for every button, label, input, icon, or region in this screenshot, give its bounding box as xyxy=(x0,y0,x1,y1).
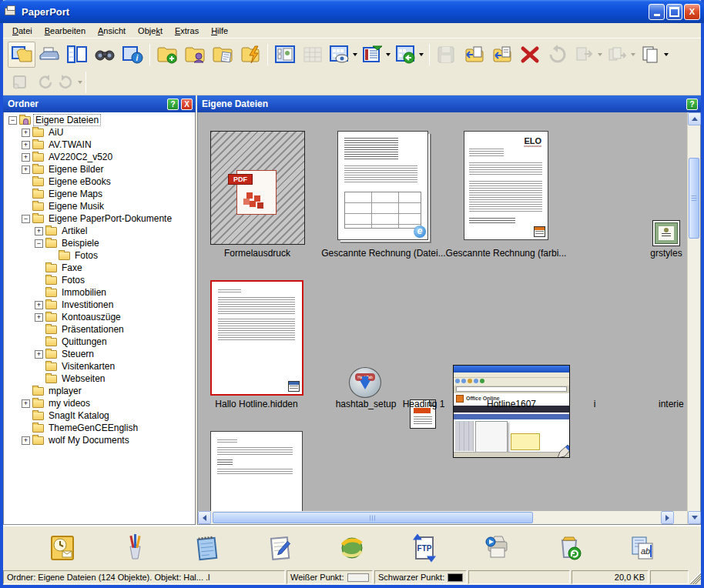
tree-item-fotos[interactable]: Fotos xyxy=(5,274,195,286)
move-to-folder-button[interactable] xyxy=(461,42,488,68)
tree-item-beispiele[interactable]: −Beispiele xyxy=(5,237,195,249)
tree-item-label[interactable]: Investitionen xyxy=(60,299,115,310)
tree-item-label[interactable]: Faxe xyxy=(60,262,84,273)
tree-item-label[interactable]: Beispiele xyxy=(60,238,101,249)
tree-item-eigene-maps[interactable]: Eigene Maps xyxy=(5,188,195,200)
tree-item-label[interactable]: Eigene Musik xyxy=(47,201,106,212)
thumbnail-rechnung-farbig[interactable]: ELO xyxy=(464,131,548,240)
thumbnail-hashtab-setup[interactable]: HashTab xyxy=(349,367,381,398)
scan-button[interactable] xyxy=(35,42,63,68)
tree-item-label[interactable]: Immobilien xyxy=(60,287,108,298)
list-view-dropdown[interactable] xyxy=(386,53,391,56)
tree-item-immobilien[interactable]: Immobilien xyxy=(5,286,195,299)
tree-expander-plus[interactable]: + xyxy=(22,436,30,445)
folder-notes-button[interactable] xyxy=(209,42,236,68)
tree-expander-plus[interactable]: + xyxy=(22,153,30,162)
menu-extras[interactable]: Extras xyxy=(169,25,205,37)
tree-item-steuern[interactable]: +Steuern xyxy=(5,348,195,360)
menu-objekt[interactable]: Objekt xyxy=(132,25,169,37)
tree-item-quittungen[interactable]: Quittungen xyxy=(5,336,195,348)
copy-to-folder-button[interactable] xyxy=(488,42,516,68)
thumbnail-label[interactable]: Formelausdruck xyxy=(199,248,315,259)
tree-item-eigene-ebooks[interactable]: Eigene eBooks xyxy=(5,175,195,188)
delete-button[interactable] xyxy=(516,42,544,68)
tree-item-label[interactable]: Steuern xyxy=(60,349,96,359)
wordpad-icon[interactable] xyxy=(263,532,296,564)
thumbnail-label[interactable]: Gescannte Rechnung (farbi... xyxy=(441,248,572,259)
thumbnail-label[interactable]: Hotline1607 xyxy=(465,399,558,409)
thumbnail-label[interactable]: Gescannte Rechnung (Datei... xyxy=(318,248,449,259)
tree-item-label[interactable]: Eigene eBooks xyxy=(47,176,112,187)
minimize-button[interactable] xyxy=(649,4,665,20)
tree-item-label[interactable]: Webseiten xyxy=(60,373,106,384)
tree-expander-minus[interactable]: − xyxy=(8,116,17,125)
tree-item-kontoausz-ge[interactable]: +Kontoauszüge xyxy=(5,311,195,323)
notepad-icon[interactable] xyxy=(191,532,223,564)
tree-expander-minus[interactable]: − xyxy=(35,239,43,248)
tree-item-av220c2-v520[interactable]: +AV220C2_v520 xyxy=(5,151,195,163)
scroll-down-button[interactable] xyxy=(688,511,701,524)
folders-help-button[interactable]: ? xyxy=(167,99,179,110)
tree-item-investitionen[interactable]: +Investitionen xyxy=(5,299,195,311)
tree-item-webseiten[interactable]: Webseiten xyxy=(5,373,195,385)
outlook-send-icon[interactable] xyxy=(46,532,79,564)
recycle-bin-icon[interactable] xyxy=(553,532,585,564)
folders-close-button[interactable]: X xyxy=(181,99,193,110)
tree-item-label[interactable]: Eigene Dateien xyxy=(34,115,100,125)
tree-expander-plus[interactable]: + xyxy=(35,313,43,322)
thumbnail-label[interactable]: Hallo Hotline.hidden xyxy=(198,399,318,409)
stack-button-disabled[interactable] xyxy=(605,42,638,68)
web-publish-icon[interactable] xyxy=(336,532,368,564)
tree-item-label[interactable]: Eigene PaperPort-Dokumente xyxy=(47,213,173,224)
tree-item-label[interactable]: wolf My Documents xyxy=(47,435,131,446)
vertical-scroll-thumb[interactable] xyxy=(689,158,699,239)
thumbnail-label[interactable]: i xyxy=(579,399,610,409)
horizontal-scroll-thumb[interactable] xyxy=(213,512,533,523)
main-help-button[interactable]: ? xyxy=(686,99,698,110)
close-button[interactable]: X xyxy=(684,4,700,20)
tree-item-label[interactable]: AiU xyxy=(47,127,65,138)
info-button[interactable]: i xyxy=(119,42,146,68)
tree-item-label[interactable]: ThemeGenCEEnglish xyxy=(47,423,139,433)
tree-item-artikel[interactable]: +Artikel xyxy=(5,225,195,237)
thumbnail-rechnung-datei[interactable]: e xyxy=(337,131,428,240)
menu-datei[interactable]: Datei xyxy=(6,25,39,37)
thumbnail-label[interactable]: interie xyxy=(659,399,687,409)
search-button[interactable] xyxy=(91,42,119,68)
tree-item-label[interactable]: Quittungen xyxy=(60,336,109,347)
tree-expander-plus[interactable]: + xyxy=(35,227,43,236)
thumbnail-view-dropdown[interactable] xyxy=(353,53,357,56)
thumbnail-label[interactable]: grstyles xyxy=(635,248,687,259)
rotate-right-button-disabled[interactable] xyxy=(57,72,82,93)
tree-item-label[interactable]: AV220C2_v520 xyxy=(47,152,114,162)
tree-item-label[interactable]: Visitenkarten xyxy=(60,361,116,372)
ocr-text-icon[interactable]: ab xyxy=(625,532,658,564)
horizontal-scrollbar[interactable] xyxy=(198,511,687,524)
tree-expander-plus[interactable]: + xyxy=(35,350,43,359)
tree-item-label[interactable]: Fotos xyxy=(73,250,99,261)
rotate-page-button-disabled[interactable] xyxy=(8,72,32,93)
tree-expander-plus[interactable]: + xyxy=(22,141,30,149)
tree-item-eigene-bilder[interactable]: +Eigene Bilder xyxy=(5,163,195,175)
tree-item-label[interactable]: mplayer xyxy=(47,386,83,396)
tree-item-themegenceenglish[interactable]: ThemeGenCEEnglish xyxy=(5,422,195,434)
send-forward-button-disabled[interactable] xyxy=(572,42,605,68)
folders-view-button[interactable] xyxy=(8,42,35,68)
tree-item-eigene-paperport-dokumente[interactable]: −Eigene PaperPort-Dokumente xyxy=(5,212,195,225)
thumbnail-partial-document[interactable] xyxy=(210,431,303,511)
folder-actions-button[interactable] xyxy=(236,42,264,68)
tree-item-eigene-musik[interactable]: Eigene Musik xyxy=(5,200,195,212)
tree-expander-plus[interactable]: + xyxy=(22,165,30,174)
rotate-left-button-disabled[interactable] xyxy=(32,72,57,93)
tree-item-faxe[interactable]: Faxe xyxy=(5,262,195,274)
tree-item-label[interactable]: my videos xyxy=(47,398,92,409)
maximize-button[interactable] xyxy=(666,4,682,20)
list-view-button[interactable] xyxy=(360,42,393,68)
menu-bearbeiten[interactable]: Bearbeiten xyxy=(39,25,92,37)
tree-item-label[interactable]: Kontoauszüge xyxy=(60,312,122,322)
vertical-scrollbar[interactable] xyxy=(687,112,700,524)
copy-pages-dropdown[interactable] xyxy=(664,53,669,56)
web-view-button[interactable] xyxy=(393,42,426,68)
undo-button-disabled[interactable] xyxy=(544,42,572,68)
tree-item-eigene-dateien[interactable]: −Eigene Dateien xyxy=(5,114,195,126)
